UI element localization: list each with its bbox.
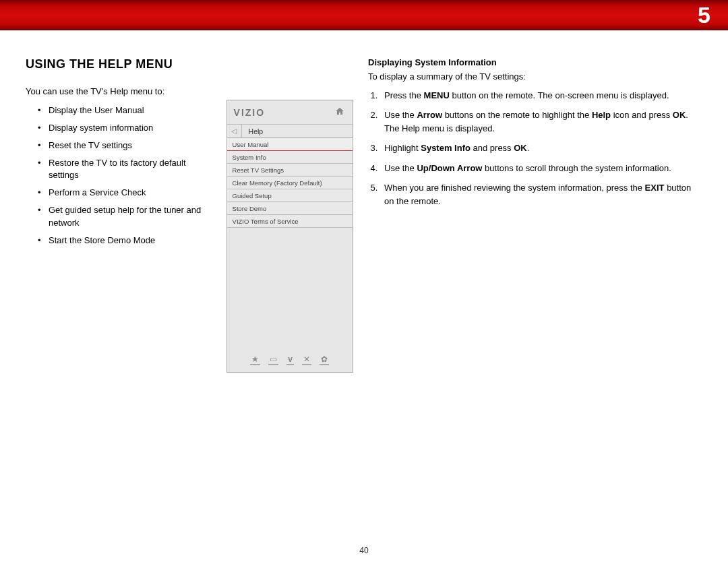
bullet-item: Restore the TV to its factory default se… [38, 157, 206, 183]
close-icon: ✕ [302, 354, 311, 365]
steps-list: Press the MENU button on the remote. The… [368, 89, 702, 208]
tv-menu-figure: VIZIO ◁ Help User ManualSystem InfoReset… [226, 57, 355, 562]
chapter-banner: 5 [0, 0, 728, 30]
bullet-item: Start the Store Demo Mode [38, 235, 206, 247]
step-item: Use the Arrow buttons on the remote to h… [380, 108, 702, 135]
tv-menu-item: Reset TV Settings [227, 164, 353, 177]
bullet-item: Perform a Service Check [38, 187, 206, 199]
star-icon: ★ [250, 354, 260, 365]
home-icon [335, 106, 344, 118]
step-item: Use the Up/Down Arrow buttons to scroll … [380, 162, 702, 175]
left-column: USING THE HELP MENU You can use the TV's… [26, 57, 226, 562]
page-number: 40 [0, 546, 728, 555]
bullet-item: Get guided setup help for the tuner and … [38, 204, 206, 230]
bullet-item: Reset the TV settings [38, 139, 206, 152]
bullet-item: Display system information [38, 122, 206, 135]
vizio-logo: VIZIO [234, 107, 266, 118]
step-item: Highlight System Info and press OK. [380, 142, 702, 155]
bullet-list: Display the User ManualDisplay system in… [26, 104, 226, 247]
subsection-intro: To display a summary of the TV settings: [368, 70, 702, 84]
right-column: Displaying System Information To display… [368, 57, 702, 562]
tv-menu-item: Clear Memory (Factory Default) [227, 177, 353, 189]
subsection-heading: Displaying System Information [368, 57, 702, 67]
intro-text: You can use the TV's Help menu to: [26, 86, 226, 96]
tv-menu-item: VIZIO Terms of Service [227, 215, 353, 228]
tv-menu-item: System Info [227, 151, 353, 164]
gear-icon: ✿ [320, 354, 329, 365]
section-heading: USING THE HELP MENU [26, 57, 226, 71]
chapter-number: 5 [698, 2, 710, 28]
step-item: Press the MENU button on the remote. The… [380, 89, 702, 102]
tv-menu-item: Guided Setup [227, 189, 353, 202]
screen-icon: ▭ [268, 354, 278, 365]
tv-menu-item: Store Demo [227, 202, 353, 215]
step-item: When you are finished reviewing the syst… [380, 181, 702, 208]
tv-bottom-icons: ★ ▭ v ✕ ✿ [227, 354, 353, 365]
back-icon: ◁ [227, 125, 242, 137]
tv-menu-title: Help [242, 127, 264, 135]
tv-menu-item: User Manual [227, 138, 353, 151]
v-icon: v [286, 354, 294, 365]
bullet-item: Display the User Manual [38, 104, 206, 117]
